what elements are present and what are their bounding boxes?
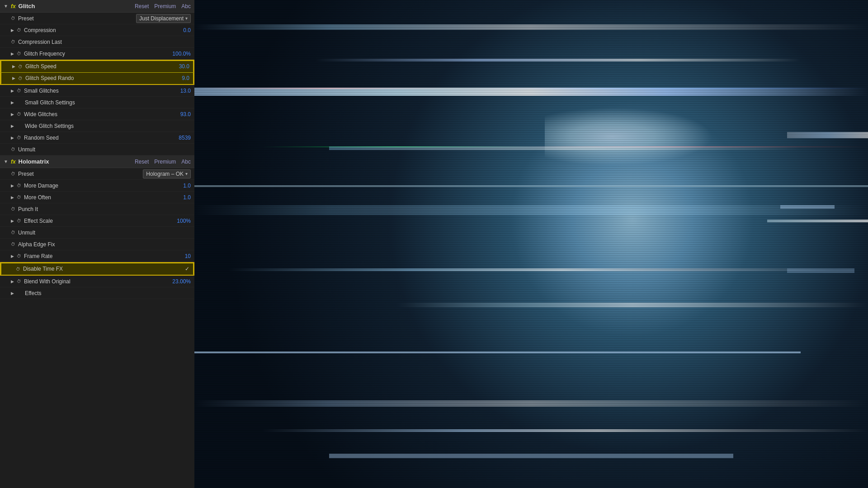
frame-rate-expand[interactable]: ▶ [11, 254, 14, 258]
alpha-edge-fix-row: ⏱ Alpha Edge Fix [0, 239, 194, 250]
random-seed-expand[interactable]: ▶ [11, 136, 14, 140]
compression-value[interactable]: 0.0 [164, 27, 191, 33]
alpha-edge-label: Alpha Edge Fix [18, 241, 164, 248]
wide-settings-label: Wide Glitch Settings [17, 123, 191, 129]
holomatrix-reset-btn[interactable]: Reset [135, 159, 149, 165]
small-glitches-stopwatch: ⏱ [17, 88, 21, 93]
frame-rate-stopwatch: ⏱ [17, 253, 21, 258]
more-often-value[interactable]: 1.0 [164, 194, 191, 201]
glitch-bar-8 [194, 303, 868, 307]
glitch-speed-highlight-group: ▶ ⏱ Glitch Speed 30.0 ▶ ⏱ Glitch Speed R… [0, 60, 194, 85]
holomatrix-premium-btn[interactable]: Premium [154, 159, 176, 165]
wide-glitches-expand[interactable]: ▶ [11, 112, 14, 117]
glitch-fx-icon: fx [11, 3, 16, 9]
holo-unmult-label: Unmult [18, 230, 164, 236]
effect-scale-row: ▶ ⏱ Effect Scale 100% [0, 215, 194, 227]
glitch-header[interactable]: ▼ fx Glitch Reset Premium Abc [0, 0, 194, 13]
blend-original-stopwatch: ⏱ [17, 279, 21, 284]
blend-original-value[interactable]: 23.00% [164, 278, 191, 285]
effects-group-label: Effects [17, 290, 191, 296]
speed-rando-expand[interactable]: ▶ [12, 76, 15, 80]
glitch-speed-row: ▶ ⏱ Glitch Speed 30.0 [1, 61, 193, 72]
glitch-preset-stopwatch: ⏱ [11, 16, 15, 21]
wide-glitches-row: ▶ ⏱ Wide Glitches 93.0 [0, 108, 194, 120]
speed-rando-stopwatch: ⏱ [18, 76, 23, 81]
speed-value[interactable]: 30.0 [162, 63, 189, 70]
speed-rando-value[interactable]: 9.0 [162, 75, 189, 81]
disp-block-2 [780, 205, 834, 209]
glitch-preset-row: ⏱ Preset Just Displacement ▾ [0, 13, 194, 24]
glitch-abc-btn[interactable]: Abc [181, 3, 191, 9]
small-glitches-value[interactable]: 13.0 [164, 88, 191, 94]
small-glitches-expand[interactable]: ▶ [11, 89, 14, 93]
glitch-compression-row: ▶ ⏱ Compression 0.0 [0, 24, 194, 36]
random-seed-value[interactable]: 8539 [164, 135, 191, 141]
small-glitches-row: ▶ ⏱ Small Glitches 13.0 [0, 85, 194, 97]
glitch-preset-value: Just Displacement [139, 15, 184, 22]
wide-glitches-value[interactable]: 93.0 [164, 111, 191, 117]
holomatrix-preset-value: Hologram – OK [146, 171, 184, 177]
effect-scale-expand[interactable]: ▶ [11, 219, 14, 223]
random-seed-label: Random Seed [24, 135, 164, 141]
color-fringe-2 [194, 146, 868, 147]
effect-scale-value[interactable]: 100% [164, 218, 191, 224]
effect-scale-stopwatch: ⏱ [17, 218, 21, 223]
glitch-actions: Reset Premium Abc [135, 3, 191, 9]
more-damage-expand[interactable]: ▶ [11, 183, 14, 188]
frame-rate-value[interactable]: 10 [164, 253, 191, 259]
glitch-preset-dropdown[interactable]: Just Displacement ▾ [136, 14, 191, 23]
wide-glitches-stopwatch: ⏱ [17, 112, 21, 117]
effect-scale-label: Effect Scale [24, 218, 164, 224]
disable-timefx-value[interactable]: ✓ [162, 266, 189, 272]
wide-glitch-settings-row: ▶ Wide Glitch Settings [0, 120, 194, 132]
speed-expand[interactable]: ▶ [12, 64, 15, 69]
wide-settings-expand[interactable]: ▶ [11, 124, 14, 128]
random-seed-stopwatch: ⏱ [17, 135, 21, 140]
disable-timefx-highlight-group: ⏱ Disable Time FX ✓ [0, 262, 194, 276]
speed-stopwatch: ⏱ [18, 64, 23, 69]
glitch-reset-btn[interactable]: Reset [135, 3, 149, 9]
glitch-bar-2 [262, 59, 801, 61]
effects-group-row: ▶ Effects [0, 287, 194, 299]
glitch-premium-btn[interactable]: Premium [154, 3, 176, 9]
glitch-compression-last-row: ⏱ Compression Last [0, 36, 194, 48]
glitch-speed-rando-row: ▶ ⏱ Glitch Speed Rando 9.0 [1, 72, 193, 84]
effects-panel: ▼ fx Glitch Reset Premium Abc ⏱ Preset J… [0, 0, 194, 488]
holomatrix-preset-dropdown[interactable]: Hologram – OK ▾ [143, 169, 191, 178]
color-fringe-1 [194, 88, 868, 89]
more-damage-stopwatch: ⏱ [17, 183, 21, 188]
more-damage-value[interactable]: 1.0 [164, 183, 191, 189]
unmult-label: Unmult [18, 146, 164, 153]
holomatrix-abc-btn[interactable]: Abc [181, 159, 191, 165]
holomatrix-expand-arrow[interactable]: ▼ [4, 159, 8, 164]
holomatrix-title: Holomatrix [19, 158, 132, 165]
frequency-expand[interactable]: ▶ [11, 52, 14, 56]
blend-original-row: ▶ ⏱ Blend With Original 23.00% [0, 276, 194, 287]
glitch-bar-9 [194, 352, 801, 353]
frequency-value[interactable]: 100.0% [164, 51, 191, 57]
disp-block-1 [787, 132, 868, 138]
small-settings-label: Small Glitch Settings [17, 99, 191, 106]
holo-preset-stopwatch: ⏱ [11, 171, 15, 176]
blend-original-expand[interactable]: ▶ [11, 279, 14, 284]
compression-last-stopwatch: ⏱ [11, 39, 15, 44]
small-settings-expand[interactable]: ▶ [11, 100, 14, 105]
punch-it-row: ⏱ Punch It [0, 203, 194, 215]
compression-expand[interactable]: ▶ [11, 28, 14, 33]
glitch-title: Glitch [19, 3, 132, 9]
more-often-expand[interactable]: ▶ [11, 195, 14, 200]
more-damage-label: More Damage [24, 183, 164, 189]
preview-area [194, 0, 868, 488]
holomatrix-header[interactable]: ▼ fx Holomatrix Reset Premium Abc [0, 155, 194, 168]
glitch-preset-arrow: ▾ [185, 16, 188, 21]
compression-stopwatch: ⏱ [17, 28, 21, 33]
more-often-row: ▶ ⏱ More Often 1.0 [0, 192, 194, 203]
glitch-bar-12 [329, 454, 733, 458]
unmult-stopwatch: ⏱ [11, 147, 15, 152]
preview-panel [194, 0, 868, 488]
glitch-preset-label: Preset [18, 15, 136, 22]
glitch-bar-5 [194, 185, 868, 187]
glitch-expand-arrow[interactable]: ▼ [4, 4, 8, 9]
more-often-label: More Often [24, 194, 164, 201]
effects-expand[interactable]: ▶ [11, 291, 14, 296]
